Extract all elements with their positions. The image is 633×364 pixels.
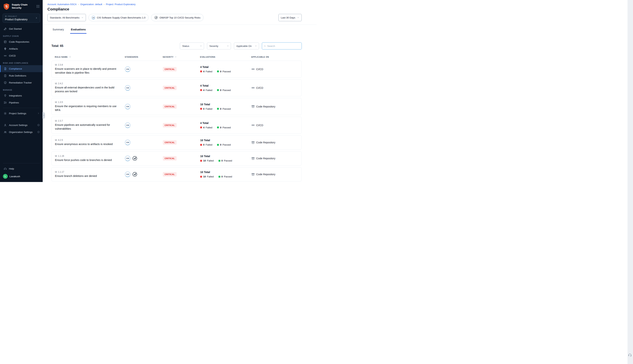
search-input[interactable] — [267, 45, 300, 48]
rule-cell: Id: 2.3.7 Ensure pipelines are automatic… — [55, 120, 125, 131]
severity-badge: CRITICAL — [163, 156, 176, 160]
table-header-row: Rule Name Standards Severity Evaluations… — [52, 56, 302, 60]
tab-bar: Summary Evaluations — [43, 25, 316, 34]
sidebar-item-label: Pipelines — [9, 101, 19, 104]
severity-cell: CRITICAL — [163, 140, 200, 145]
breadcrumb-account-link[interactable]: Account: Automation-SSCA — [48, 3, 76, 6]
rules-table-body: Id: 2.3.8 Ensure scanners are in place t… — [52, 60, 302, 182]
table-row[interactable]: Id: 2.3.8 Ensure scanners are in place t… — [52, 60, 302, 78]
sidebar-item-compliance[interactable]: Compliance — [0, 65, 43, 72]
cicd-infinity-icon — [251, 124, 255, 127]
date-range-dropdown[interactable]: Last 30 Days — [278, 14, 302, 21]
standards-cell: CIS — [125, 140, 163, 145]
code-repository-icon — [251, 141, 255, 144]
header-rule-name[interactable]: Rule Name — [55, 56, 125, 58]
evaluations-cell: 10Total 0Failed 0Passed — [200, 103, 251, 110]
sidebar-item-code-repositories[interactable]: Code Repositories — [0, 38, 43, 45]
applicable-on-cell: CI/CD — [251, 86, 299, 90]
table-row[interactable]: Id: 2.3.7 Ensure pipelines are automatic… — [52, 117, 302, 134]
applicable-on-filter-dropdown[interactable]: Applicable On — [234, 42, 259, 50]
standards-cell: CIS — [125, 156, 163, 161]
evaluations-total: 10Total — [200, 103, 251, 106]
nav-section-manage: Manage — [0, 86, 43, 92]
severity-cell: CRITICAL — [163, 123, 200, 128]
cis-standard-icon: CIS — [125, 172, 130, 177]
rule-cell: Id: 1.1.16 Ensure force pushes code to b… — [55, 155, 125, 162]
sidebar-item-help[interactable]: Help — [0, 165, 43, 172]
sidebar-item-integrations[interactable]: Integrations — [0, 92, 43, 99]
sidebar-item-artifacts[interactable]: Artifacts — [0, 45, 43, 52]
severity-filter-dropdown[interactable]: Severity — [207, 42, 231, 50]
owasp-chip[interactable]: OWASP Top 10 CI/CD Security Risks — [151, 14, 204, 21]
breadcrumb-organization-link[interactable]: Organization: default — [80, 3, 102, 6]
search-icon — [264, 45, 266, 48]
table-row[interactable]: Id: 2.4.2 Ensure all external dependenci… — [52, 79, 302, 96]
applicable-on-cell: Code Repository — [251, 141, 299, 144]
sidebar-item-cicd[interactable]: CI/CD — [0, 52, 43, 59]
user-menu[interactable]: L Lavakush — [0, 172, 43, 180]
chevron-down-icon — [255, 45, 257, 47]
rule-cell: Id: 1.3.5 Ensure the organization is req… — [55, 101, 125, 112]
sidebar-item-pipelines[interactable]: Pipelines — [0, 99, 43, 106]
evaluations-total: 4Total — [200, 122, 251, 124]
table-row[interactable]: Id: 1.3.5 Ensure the organization is req… — [52, 98, 302, 115]
cis-benchmark-chip[interactable]: CIS CIS Software Supply Chain Benchmarks… — [88, 14, 148, 21]
table-row[interactable]: Id: 1.1.17 Ensure branch deletions are d… — [52, 167, 302, 182]
rule-id: Id: 2.3.8 — [55, 64, 125, 66]
tab-evaluations[interactable]: Evaluations — [70, 27, 86, 34]
status-filter-dropdown[interactable]: Status — [180, 42, 204, 50]
page-header: Account: Automation-SSCA › Organization:… — [43, 0, 316, 11]
breadcrumb-project-link[interactable]: Project: Product Exploratory — [106, 3, 136, 6]
nav-section-risk-compliance: Risk and Compliance — [0, 59, 43, 65]
evaluations-breakdown: 10Failed 0Passed — [200, 159, 251, 162]
sidebar-item-project-settings[interactable]: Project Settings — [0, 110, 43, 117]
applicable-on-cell: Code Repository — [251, 173, 299, 176]
evaluations-total: 10Total — [200, 139, 251, 142]
app-launcher-grid-icon[interactable] — [36, 4, 40, 8]
code-repository-icon — [251, 173, 255, 176]
sidebar-item-remediation-tracker[interactable]: Remediation Tracker — [0, 79, 43, 86]
evaluations-breakdown: 4Failed 0Passed — [200, 70, 251, 73]
chip-label: OWASP Top 10 CI/CD Security Risks — [160, 16, 200, 19]
severity-cell: CRITICAL — [163, 86, 200, 90]
standards-cell: CIS — [125, 85, 163, 91]
header-severity[interactable]: Severity — [163, 56, 200, 58]
owasp-logo-icon — [154, 16, 158, 20]
sidebar-item-organization-settings[interactable]: Organization Settings — [0, 128, 43, 136]
artifact-diamond-icon — [4, 47, 7, 50]
standards-dropdown[interactable]: Standards: All Benchmarks — [48, 14, 86, 21]
tab-summary[interactable]: Summary — [52, 27, 65, 34]
passed-indicator — [218, 160, 220, 162]
sidebar-collapse-handle[interactable] — [42, 112, 45, 119]
rule-cell: Id: 1.1.17 Ensure branch deletions are d… — [55, 171, 125, 178]
sidebar-item-rule-definitions[interactable]: Rule Definitions — [0, 72, 43, 79]
sidebar-item-account-settings[interactable]: Account Settings — [0, 122, 43, 128]
sidebar-item-label: Remediation Tracker — [9, 81, 32, 84]
failed-indicator — [200, 108, 202, 110]
rocket-icon — [4, 27, 7, 30]
standards-dropdown-label: Standards: All Benchmarks — [50, 16, 80, 19]
code-repository-icon — [4, 40, 7, 44]
applicable-on-cell: CI/CD — [251, 68, 299, 71]
table-row[interactable]: Id: 1.1.16 Ensure force pushes code to b… — [52, 151, 302, 166]
rule-id: Id: 1.3.5 — [55, 101, 125, 104]
search-box — [262, 42, 302, 50]
chevron-down-icon — [297, 16, 299, 19]
cis-standard-icon: CIS — [125, 156, 130, 161]
evaluations-total: 10Total — [200, 171, 251, 174]
app-logo-shield-icon — [3, 3, 10, 10]
header-evaluations: Evaluations — [200, 56, 251, 58]
sidebar-bottom: Help L Lavakush — [0, 161, 43, 182]
evaluations-breakdown: 0Failed 0Passed — [200, 108, 251, 110]
code-repository-icon — [251, 157, 255, 160]
rule-name: Ensure pipelines are automatically scann… — [55, 123, 118, 131]
table-row[interactable]: Id: 4.2.5 Ensure anonymous access to art… — [52, 135, 302, 150]
severity-badge: CRITICAL — [163, 172, 176, 176]
project-selector[interactable]: Project Product Exploratory — [2, 14, 40, 23]
gear-icon — [4, 112, 7, 115]
evaluations-breakdown: 0Failed 0Passed — [200, 143, 251, 146]
passed-indicator — [217, 144, 219, 146]
main-content: Account: Automation-SSCA › Organization:… — [43, 0, 316, 182]
sidebar-item-get-started[interactable]: Get Started — [0, 25, 43, 32]
cis-standard-icon: CIS — [125, 122, 130, 128]
